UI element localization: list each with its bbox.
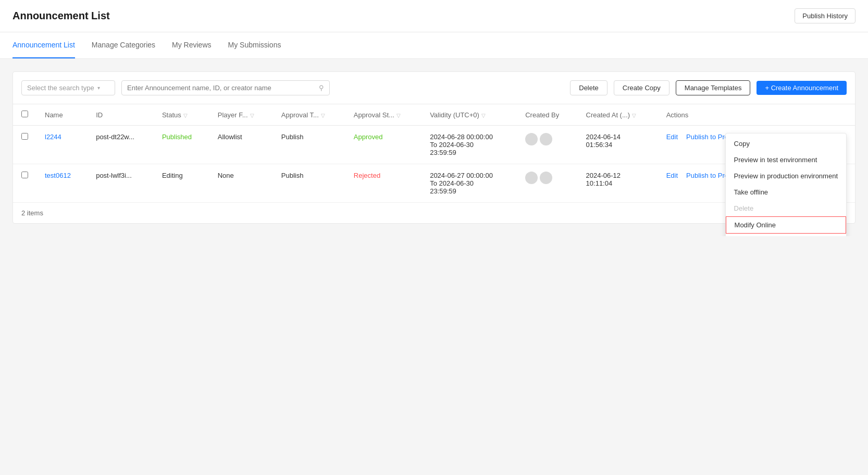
content-area: Select the search type ▾ ⚲ Delete Create… [0,59,868,236]
avatar-3 [525,172,538,184]
col-header-validity: Validity (UTC+0)▽ [421,104,517,126]
row-name-2: test0612 [36,164,88,203]
approval-status-filter-icon[interactable]: ▽ [396,113,401,118]
tab-announcement-list[interactable]: Announcement List [13,32,75,58]
col-header-created-by: Created By [517,104,577,126]
row-status-value-2: Editing [162,172,183,179]
avatar-group-1 [525,133,569,145]
edit-action-2[interactable]: Edit [666,172,678,179]
row-id-2: post-lwlf3i... [88,164,154,203]
row-approval-status-1: Approved [345,126,421,164]
page-title: Announcement List [13,10,110,22]
col-header-approval-type: Approval T...▽ [273,104,345,126]
row-approval-type-2: Publish [273,164,345,203]
col-header-approval-status: Approval St...▽ [345,104,421,126]
chevron-down-icon: ▾ [97,85,100,91]
row-approval-status-2: Rejected [345,164,421,203]
row-validity-1: 2024-06-28 00:00:00 To 2024-06-30 23:59:… [421,126,517,164]
row-name-link-2[interactable]: test0612 [45,172,71,179]
table-container: Select the search type ▾ ⚲ Delete Create… [13,71,855,224]
delete-button[interactable]: Delete [570,80,607,95]
table-header-row: Name ID Status▽ Player F...▽ Approval T.… [13,104,855,126]
approval-type-filter-icon[interactable]: ▽ [321,113,325,118]
player-filter-icon[interactable]: ▽ [250,113,254,118]
avatar-2 [540,133,552,145]
col-header-id: ID [88,104,154,126]
row-approval-type-1: Publish [273,126,345,164]
row-created-at-1: 2024-06-14 01:56:34 [578,126,658,164]
row-created-by-1 [517,126,577,164]
status-filter-icon[interactable]: ▽ [183,113,188,118]
col-header-status: Status▽ [154,104,209,126]
row-checkbox-cell-1[interactable] [13,126,36,164]
search-input[interactable] [127,84,316,92]
dropdown-item-delete: Delete [726,200,846,216]
row-status-2: Editing [154,164,209,203]
dropdown-item-modify-online[interactable]: Modify Online [726,216,846,234]
row-actions-1: Edit Publish to Production Environment M… [666,133,847,141]
announcements-table: Name ID Status▽ Player F...▽ Approval T.… [13,104,855,202]
row-id-1: post-dt22w... [88,126,154,164]
row-approval-status-value-1: Approved [354,133,383,141]
row-status-value-1: Published [162,133,192,141]
search-type-label: Select the search type [27,84,94,92]
search-type-select[interactable]: Select the search type ▾ [21,80,115,95]
avatar-4 [540,172,552,184]
edit-action-1[interactable]: Edit [666,133,678,141]
select-all-checkbox-header[interactable] [13,104,36,126]
row-created-at-2: 2024-06-12 10:11:04 [578,164,658,203]
manage-templates-button[interactable]: Manage Templates [676,80,751,95]
dropdown-item-export[interactable]: Export [726,234,846,236]
avatar-1 [525,133,538,145]
col-header-created-at: Created At (...)▽ [578,104,658,126]
items-count: 2 items [21,209,43,217]
row-approval-status-value-2: Rejected [354,172,380,179]
create-copy-button[interactable]: Create Copy [614,80,669,95]
tab-my-submissions[interactable]: My Submissions [228,32,281,58]
publish-history-button[interactable]: Publish History [795,8,855,23]
tab-my-reviews[interactable]: My Reviews [172,32,211,58]
select-all-checkbox[interactable] [21,111,28,117]
row-created-by-2 [517,164,577,203]
row-checkbox-1[interactable] [21,133,28,140]
dropdown-item-copy[interactable]: Copy [726,136,846,152]
validity-filter-icon[interactable]: ▽ [481,113,486,118]
nav-tabs: Announcement List Manage Categories My R… [0,32,868,59]
row-checkbox-cell-2[interactable] [13,164,36,203]
row-checkbox-2[interactable] [21,172,28,178]
col-header-actions: Actions [658,104,855,126]
tab-manage-categories[interactable]: Manage Categories [92,32,155,58]
top-bar: Announcement List Publish History [0,0,868,32]
dropdown-item-preview-test[interactable]: Preview in test environment [726,152,846,168]
create-announcement-button[interactable]: + Create Announcement [757,81,847,95]
toolbar: Select the search type ▾ ⚲ Delete Create… [13,72,855,104]
row-validity-2: 2024-06-27 00:00:00 To 2024-06-30 23:59:… [421,164,517,203]
dropdown-item-take-offline[interactable]: Take offline [726,184,846,200]
created-at-filter-icon[interactable]: ▽ [632,113,636,118]
col-header-name: Name [36,104,88,126]
row-player-filter-2: None [209,164,273,203]
row-status-1: Published [154,126,209,164]
col-header-player-filter: Player F...▽ [209,104,273,126]
dropdown-item-preview-prod[interactable]: Preview in production environment [726,168,846,184]
table-row: l2244 post-dt22w... Published Allowlist … [13,126,855,164]
avatar-group-2 [525,172,569,184]
dropdown-menu: Copy Preview in test environment Preview… [725,133,847,236]
row-player-filter-1: Allowlist [209,126,273,164]
search-icon: ⚲ [319,84,324,92]
search-input-wrap: ⚲ [121,80,330,95]
row-name-1: l2244 [36,126,88,164]
row-actions-cell-1: Edit Publish to Production Environment M… [658,126,855,164]
row-name-link-1[interactable]: l2244 [45,133,61,141]
